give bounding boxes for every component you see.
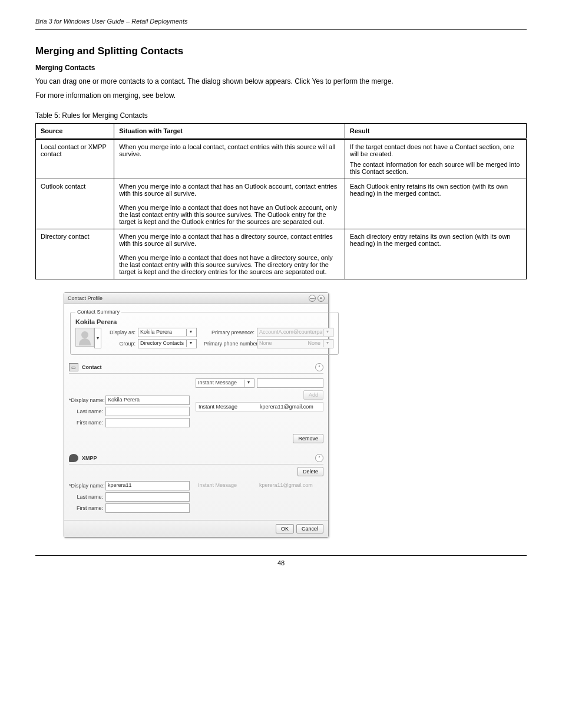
collapse-icon[interactable]: ˄ xyxy=(315,454,323,462)
first-name-input[interactable] xyxy=(105,503,190,513)
primary-phone-left: None xyxy=(259,340,305,347)
section-title-contact: Contact xyxy=(82,364,102,370)
primary-phone-right: None xyxy=(308,340,320,347)
card-icon: ▭ xyxy=(69,363,78,371)
listing-method: Instant Message xyxy=(198,482,257,488)
chevron-down-icon[interactable]: ▾ xyxy=(186,340,194,347)
page-footer: 48 xyxy=(35,555,527,566)
avatar xyxy=(75,328,94,347)
avatar-chevron-icon[interactable]: ▾ xyxy=(94,328,101,348)
last-name-label: Last name: xyxy=(69,409,103,414)
section-heading: Merging and Splitting Contacts xyxy=(35,45,527,57)
chevron-down-icon[interactable]: ▾ xyxy=(323,340,331,347)
minimize-icon[interactable]: — xyxy=(309,295,316,302)
contact-name-heading: Kokila Perera xyxy=(75,318,333,325)
display-name-input[interactable]: kperera11 xyxy=(105,481,190,490)
listing-method: Instant Message xyxy=(199,404,257,410)
last-name-input[interactable] xyxy=(105,492,190,502)
merge-rules-table: Source Situation with Target Result Loca… xyxy=(35,123,527,279)
group-select[interactable]: Directory Contacts xyxy=(140,340,186,347)
remove-button[interactable]: Remove xyxy=(293,434,323,443)
display-name-label: *Display name: xyxy=(69,397,103,403)
cancel-button[interactable]: Cancel xyxy=(296,524,323,533)
first-name-label: First name: xyxy=(69,420,103,426)
display-name-label: *Display name: xyxy=(69,483,103,489)
col-source: Source xyxy=(36,124,114,139)
display-name-input[interactable]: Kokila Perera xyxy=(105,396,190,405)
primary-presence-label: Primary presence: xyxy=(204,330,254,335)
col-situation: Situation with Target xyxy=(114,124,345,139)
merge-paragraph-2: For more information on merging, see bel… xyxy=(35,91,527,101)
display-as-label: Display as: xyxy=(108,330,135,335)
merge-subheading: Merging Contacts xyxy=(35,63,527,73)
display-as-input[interactable]: Kokila Perera xyxy=(140,329,186,336)
first-name-input[interactable] xyxy=(105,418,190,427)
summary-legend: Contact Summary xyxy=(75,309,121,315)
listing-value: kperera11@gmail.com xyxy=(260,404,313,410)
page-header: Bria 3 for Windows User Guide – Retail D… xyxy=(35,18,527,30)
chevron-down-icon[interactable]: ▾ xyxy=(244,380,252,387)
primary-presence-value: AccountA.com@counterpath.co xyxy=(259,329,323,336)
merge-paragraph-1: You can drag one or more contacts to a c… xyxy=(35,77,527,87)
section-title-xmpp: XMPP xyxy=(82,455,97,461)
first-name-label: First name: xyxy=(69,505,103,511)
add-button[interactable]: Add xyxy=(303,390,323,400)
chevron-down-icon[interactable]: ▾ xyxy=(186,329,194,336)
last-name-input[interactable] xyxy=(105,407,190,416)
group-label: Group: xyxy=(108,341,135,347)
table-title: Table 5: Rules for Merging Contacts xyxy=(35,111,527,120)
table-row: Outlook contact When you merge into a co… xyxy=(36,179,527,229)
table-row: Local contact or XMPP contact When you m… xyxy=(36,139,527,179)
header-left: Bria 3 for Windows User Guide – Retail D… xyxy=(35,18,188,25)
chevron-down-icon[interactable]: ▾ xyxy=(323,329,331,336)
table-row: Directory contact When you merge into a … xyxy=(36,229,527,279)
ok-button[interactable]: OK xyxy=(276,524,294,533)
contact-profile-dialog: Contact Profile — × Contact Summary Koki… xyxy=(64,292,329,538)
primary-phone-label: Primary phone number: xyxy=(204,341,254,347)
method-value-input[interactable] xyxy=(257,378,323,388)
last-name-label: Last name: xyxy=(69,494,103,500)
delete-button[interactable]: Delete xyxy=(297,467,323,476)
method-select[interactable]: Instant Message xyxy=(198,380,244,387)
speech-bubble-icon xyxy=(69,454,78,462)
col-result: Result xyxy=(345,124,526,139)
dialog-title: Contact Profile xyxy=(68,295,103,301)
close-icon[interactable]: × xyxy=(318,295,325,302)
listing-value: kperera11@gmail.com xyxy=(259,482,313,488)
collapse-icon[interactable]: ˄ xyxy=(315,363,323,371)
